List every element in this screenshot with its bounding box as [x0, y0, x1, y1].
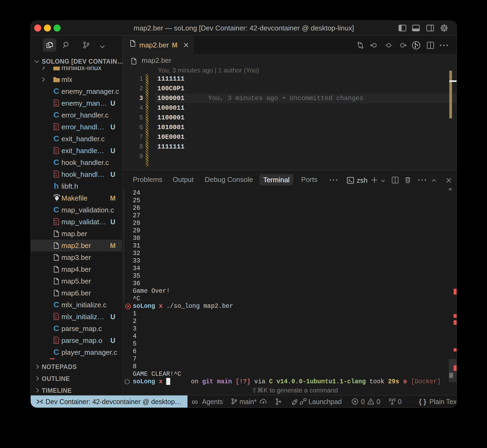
svg-text:01: 01: [55, 148, 57, 151]
svg-text:10: 10: [55, 127, 57, 129]
svg-text:10: 10: [55, 174, 57, 177]
svg-text:01: 01: [55, 219, 57, 222]
svg-text:01: 01: [55, 172, 57, 174]
svg-text:10: 10: [55, 103, 57, 106]
svg-text:01: 01: [55, 101, 57, 103]
svg-text:01: 01: [55, 314, 57, 317]
svg-text:10: 10: [55, 317, 57, 319]
svg-text:10: 10: [55, 151, 57, 153]
svg-text:10: 10: [55, 222, 57, 224]
svg-text:01: 01: [55, 125, 57, 127]
svg-text:01: 01: [55, 338, 57, 340]
svg-text:10: 10: [55, 340, 57, 343]
